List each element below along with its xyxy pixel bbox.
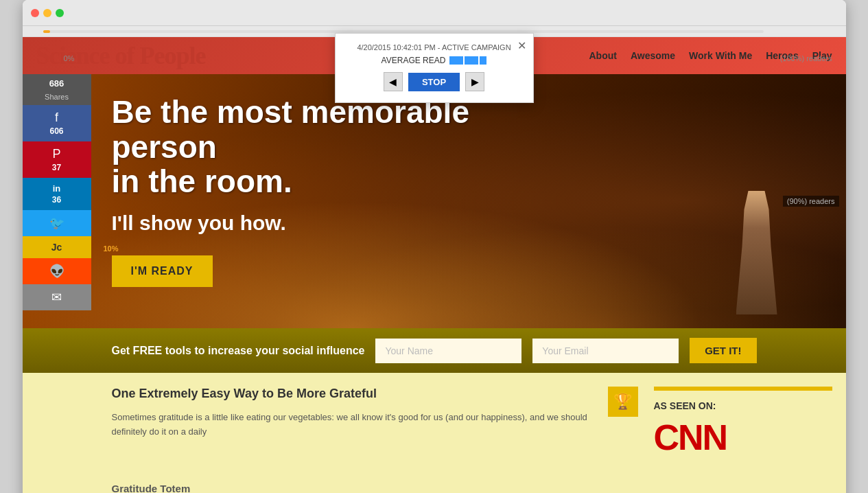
content-area: One Extremely Easy Way to Be More Gratef…	[23, 373, 846, 483]
social-linkedin-button[interactable]: in 36	[23, 178, 91, 210]
linkedin-icon: in	[53, 183, 61, 194]
article-title: One Extremely Easy Way to Be More Gratef…	[112, 387, 592, 401]
avg-bar-seg3	[480, 56, 486, 65]
content-main: One Extremely Easy Way to Be More Gratef…	[112, 387, 592, 469]
signup-text: Get FREE tools to increase your social i…	[112, 345, 365, 357]
linkedin-count: 36	[52, 195, 61, 205]
hero-progress-right-label: (90%) readers	[783, 196, 839, 207]
facebook-count: 606	[49, 126, 63, 136]
popup-avg-label: AVERAGE READ	[382, 56, 446, 65]
social-total-label: Shares	[23, 93, 91, 105]
popup-next-button[interactable]: ▶	[465, 72, 484, 91]
popup-stop-button[interactable]: STOP	[408, 73, 460, 91]
hero-tagline: I'll show you how.	[112, 211, 524, 235]
nav-about[interactable]: About	[589, 50, 617, 61]
hero-content: Be the most memorable person in the room…	[112, 95, 524, 287]
signup-name-input[interactable]	[375, 339, 521, 363]
nav-work-with-me[interactable]: Work With Me	[689, 50, 752, 61]
reddit-icon: 👽	[49, 264, 64, 279]
hero-progress-right: (90%) readers	[783, 196, 839, 207]
dot-close[interactable]	[31, 9, 39, 17]
twitter-icon: 🐦	[49, 216, 64, 231]
popup: ✕ 4/20/2015 10:42:01 PM - ACTIVE CAMPAIG…	[335, 33, 534, 103]
as-seen-label: AS SEEN ON:	[654, 400, 832, 411]
browser-dots	[31, 9, 64, 17]
popup-avg-read: AVERAGE READ	[347, 56, 522, 65]
popup-container: ✕ 4/20/2015 10:42:01 PM - ACTIVE CAMPAIG…	[335, 33, 534, 103]
signup-submit-button[interactable]: GET IT!	[690, 338, 756, 363]
article-thumbnail-area: 🏆	[606, 387, 640, 469]
social-facebook-button[interactable]: f 606	[23, 105, 91, 141]
social-email-button[interactable]: ✉	[23, 284, 91, 310]
social-twitter-button[interactable]: 🐦	[23, 210, 91, 236]
pinterest-count: 37	[52, 163, 61, 172]
email-icon: ✉	[51, 290, 62, 305]
hero-headline-line1: Be the most memorable person	[112, 95, 524, 164]
pinterest-icon: P	[52, 147, 60, 161]
hero-section: Be the most memorable person in the room…	[23, 74, 846, 328]
signup-bar: Get FREE tools to increase your social i…	[23, 328, 846, 373]
popup-prev-button[interactable]: ◀	[384, 72, 403, 91]
social-sidebar: 686 Shares f 606 P 37 in 36 🐦 Jc 10%	[23, 74, 91, 310]
jumpshare-icon: Jc	[51, 242, 62, 253]
content-sidebar: AS SEEN ON: CNN	[654, 387, 832, 469]
social-jumpshare-button[interactable]: Jc 10%	[23, 236, 91, 258]
as-seen-bar	[654, 387, 832, 391]
hero-cta: I'M READY	[112, 255, 524, 287]
progress-right-label: (100%) readers	[780, 54, 832, 62]
popup-title: 4/20/2015 10:42:01 PM - ACTIVE CAMPAIGN	[347, 43, 522, 51]
social-reddit-button[interactable]: 👽	[23, 258, 91, 284]
dot-minimize[interactable]	[43, 9, 51, 17]
popup-close-button[interactable]: ✕	[517, 39, 526, 52]
site-wrapper: Science of People About Awesome Work Wit…	[23, 37, 846, 493]
cnn-logo: CNN	[654, 417, 832, 458]
avg-bar	[449, 56, 486, 65]
facebook-icon: f	[55, 111, 58, 125]
hero-headline-line2: in the room.	[112, 164, 524, 199]
social-total-count: 686	[23, 74, 91, 93]
avg-bar-seg1	[449, 56, 463, 65]
article-thumbnail-icon: 🏆	[608, 387, 638, 417]
browser-chrome	[23, 0, 846, 26]
popup-controls: ◀ STOP ▶	[347, 72, 522, 91]
hero-cta-button[interactable]: I'M READY	[112, 255, 213, 287]
article-subheading: Gratitude Totem	[23, 483, 846, 493]
logo-text: Science of People	[36, 42, 206, 69]
social-pinterest-button[interactable]: P 37	[23, 141, 91, 178]
progress-left-label: 0%	[64, 54, 75, 62]
nav-awesome[interactable]: Awesome	[631, 50, 675, 61]
signup-email-input[interactable]	[532, 339, 679, 363]
progress-10-label: 10%	[103, 244, 118, 253]
site-logo: Science of People	[36, 41, 206, 70]
dot-maximize[interactable]	[56, 9, 64, 17]
article-body: Sometimes gratitude is a little like eat…	[112, 411, 592, 439]
avg-bar-seg2	[465, 56, 478, 65]
